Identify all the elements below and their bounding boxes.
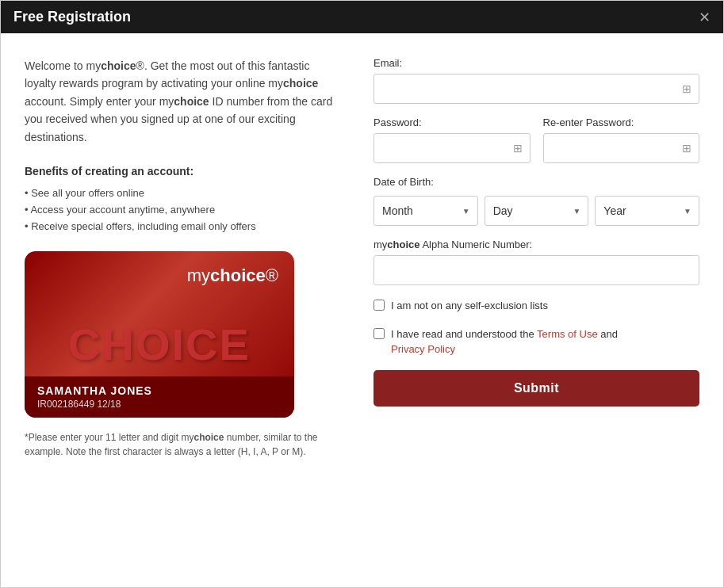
modal-body: Welcome to mychoice®. Get the most out o… [1, 33, 723, 587]
card-choice-text: CHOICE [25, 319, 294, 370]
card-name: SAMANTHA JONES [37, 384, 282, 397]
email-input[interactable] [373, 74, 699, 104]
list-item: Receive special offers, including email … [25, 220, 342, 232]
password-icon: ⊞ [513, 142, 523, 155]
reenter-password-label: Re-enter Password: [543, 116, 700, 128]
benefits-title: Benefits of creating an account: [25, 165, 342, 178]
dob-label: Date of Birth: [373, 176, 699, 188]
dob-row: Month JanuaryFebruaryMarch AprilMayJune … [373, 196, 699, 226]
right-panel: Email: ⊞ Password: ⊞ Re-enter Password: [373, 57, 699, 563]
mychoice-number-label: mychoice Alpha Numeric Number: [373, 239, 699, 250]
password-group: Password: ⊞ [373, 116, 531, 163]
password-input[interactable] [373, 133, 531, 163]
reenter-input-wrapper: ⊞ [543, 133, 700, 163]
left-panel: Welcome to mychoice®. Get the most out o… [25, 57, 342, 563]
registration-modal: Free Registration ✕ Welcome to mychoice®… [0, 0, 724, 588]
password-input-wrapper: ⊞ [373, 133, 531, 163]
self-exclusion-checkbox-group: I am not on any self-exclusion lists [373, 298, 699, 314]
submit-button[interactable]: Submit [373, 370, 699, 407]
self-exclusion-checkbox[interactable] [373, 300, 385, 311]
reenter-password-input[interactable] [543, 133, 700, 163]
reenter-password-group: Re-enter Password: ⊞ [543, 116, 700, 163]
card-bottom: SAMANTHA JONES IR002186449 12/18 [25, 376, 294, 418]
email-icon: ⊞ [682, 82, 691, 95]
mychoice-number-group: mychoice Alpha Numeric Number: [373, 239, 699, 285]
month-select-wrapper: Month JanuaryFebruaryMarch AprilMayJune … [373, 196, 478, 226]
welcome-text: Welcome to mychoice®. Get the most out o… [25, 57, 342, 146]
benefits-list: See all your offers online Access your a… [25, 187, 342, 232]
mychoice-number-input[interactable] [373, 255, 699, 285]
day-select[interactable]: Day 12345 678910 1112131415 1617181920 2… [485, 196, 589, 226]
card-details: IR002186449 12/18 [37, 399, 282, 410]
reenter-icon: ⊞ [682, 142, 691, 155]
footnote: *Please enter your 11 letter and digit m… [25, 430, 342, 459]
loyalty-card: mychoice® CHOICE SAMANTHA JONES IR002186… [25, 251, 294, 418]
email-input-wrapper: ⊞ [373, 74, 699, 104]
list-item: See all your offers online [25, 187, 342, 199]
privacy-policy-link[interactable]: Privacy Policy [391, 343, 455, 355]
year-select[interactable]: Year 1940195019601970 1980199020002005 [595, 196, 699, 226]
card-logo: mychoice® [187, 265, 278, 286]
month-select[interactable]: Month JanuaryFebruaryMarch AprilMayJune … [373, 196, 478, 226]
terms-of-use-link[interactable]: Terms of Use [537, 328, 598, 340]
terms-checkbox[interactable] [373, 328, 385, 339]
terms-checkbox-group: I have read and understood the Terms of … [373, 326, 699, 357]
password-label: Password: [373, 116, 531, 128]
email-label: Email: [373, 57, 699, 69]
password-row: Password: ⊞ Re-enter Password: ⊞ [373, 116, 699, 163]
dob-group: Date of Birth: Month JanuaryFebruaryMarc… [373, 176, 699, 226]
email-group: Email: ⊞ [373, 57, 699, 104]
modal-header: Free Registration ✕ [1, 1, 723, 33]
self-exclusion-label: I am not on any self-exclusion lists [391, 298, 548, 314]
day-select-wrapper: Day 12345 678910 1112131415 1617181920 2… [485, 196, 589, 226]
year-select-wrapper: Year 1940195019601970 1980199020002005 ▼ [595, 196, 699, 226]
terms-label: I have read and understood the Terms of … [391, 326, 618, 357]
list-item: Access your account anytime, anywhere [25, 204, 342, 216]
modal-title: Free Registration [13, 9, 131, 25]
close-button[interactable]: ✕ [699, 10, 711, 25]
